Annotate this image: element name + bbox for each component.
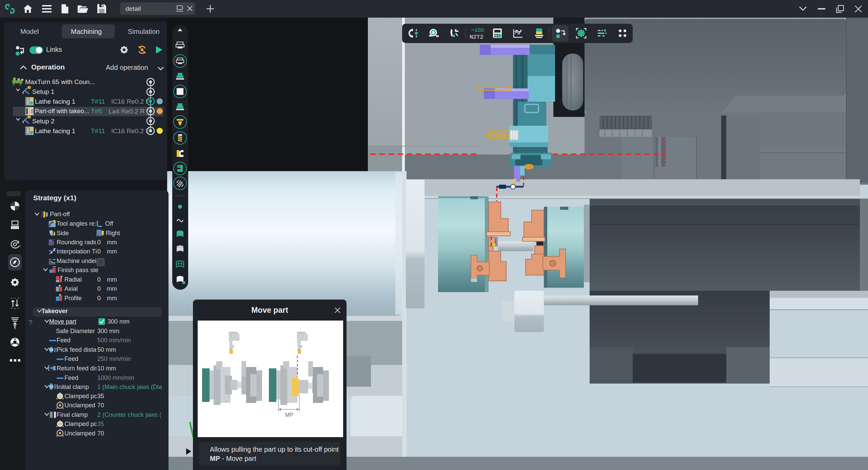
svg-text:MP: MP bbox=[285, 412, 293, 418]
svg-text:N2T2: N2T2 bbox=[470, 34, 484, 40]
svg-text:➞1GO: ➞1GO bbox=[471, 27, 484, 34]
